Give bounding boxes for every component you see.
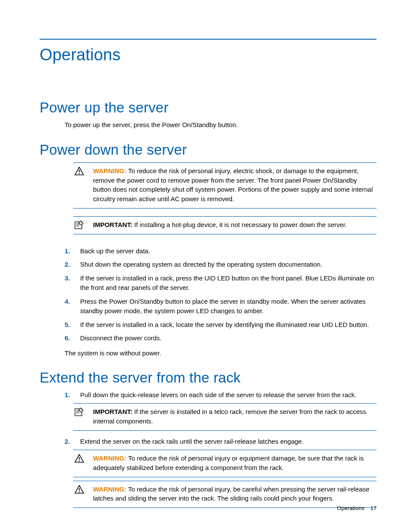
powerdown-steps: Back up the server data. Shut down the o… (65, 246, 377, 343)
step1-text: Pull down the quick-release levers on ea… (80, 391, 356, 398)
footer-page-number: 17 (371, 505, 377, 511)
warning-triangle-icon (73, 166, 85, 175)
svg-point-13 (79, 491, 80, 492)
important-text: IMPORTANT: If installing a hot-plug devi… (93, 220, 377, 230)
page-title: Operations (40, 46, 377, 64)
important-body: If installing a hot-plug device, it is n… (132, 221, 347, 228)
step2-text: Extend the server on the rack rails unti… (80, 438, 304, 445)
step-item: Press the Power On/Standby button to pla… (65, 297, 377, 316)
step-item: Shut down the operating system as direct… (65, 260, 377, 270)
warning-callout: WARNING: To reduce the risk of personal … (73, 481, 377, 508)
warning-triangle-icon (73, 454, 85, 463)
section-heading-powerdown: Power down the server (40, 142, 377, 158)
important-note-icon (73, 407, 85, 416)
footer-section: Operations (337, 505, 364, 511)
important-text: IMPORTANT: If the server is installed in… (93, 407, 377, 426)
step-item: Back up the server data. (65, 246, 377, 256)
warning-text: WARNING: To reduce the risk of personal … (93, 485, 377, 504)
svg-point-1 (79, 173, 80, 174)
step-item: Disconnect the power cords. (65, 333, 377, 343)
warning-callout: WARNING: To reduce the risk of personal … (73, 162, 377, 208)
warning-triangle-icon (73, 485, 85, 494)
page-footer: Operations 17 (337, 505, 377, 511)
warning-label: WARNING: (93, 454, 127, 462)
warning-text: WARNING: To reduce the risk of personal … (93, 454, 377, 473)
important-callout: IMPORTANT: If the server is installed in… (73, 403, 377, 431)
important-note-icon (73, 220, 85, 229)
warning-body: To reduce the risk of personal injury, e… (93, 167, 373, 202)
important-label: IMPORTANT: (93, 408, 132, 415)
warning-label: WARNING: (93, 167, 127, 174)
top-rule (40, 39, 377, 40)
important-body: If the server is installed in a telco ra… (93, 408, 366, 425)
svg-point-11 (79, 460, 80, 461)
step-item: If the server is installed in a rack, lo… (65, 320, 377, 330)
step-item: Pull down the quick-release levers on ea… (65, 390, 377, 431)
warning-label: WARNING: (93, 485, 127, 493)
powerdown-closing: The system is now without power. (65, 349, 377, 357)
warning-body: To reduce the risk of personal injury or… (93, 454, 364, 471)
section-heading-powerup: Power up the server (40, 100, 377, 116)
warning-body: To reduce the risk of personal injury, b… (93, 485, 369, 502)
powerup-body: To power up the server, press the Power … (65, 120, 377, 130)
step-item: If the server is installed in a rack, pr… (65, 274, 377, 293)
important-label: IMPORTANT: (93, 221, 132, 228)
extend-steps: Pull down the quick-release levers on ea… (65, 390, 377, 508)
step-item: Extend the server on the rack rails unti… (65, 437, 377, 508)
section-heading-extend: Extend the server from the rack (40, 370, 377, 386)
warning-text: WARNING: To reduce the risk of personal … (93, 166, 377, 204)
warning-callout: WARNING: To reduce the risk of personal … (73, 450, 377, 477)
important-callout: IMPORTANT: If installing a hot-plug devi… (73, 216, 377, 234)
